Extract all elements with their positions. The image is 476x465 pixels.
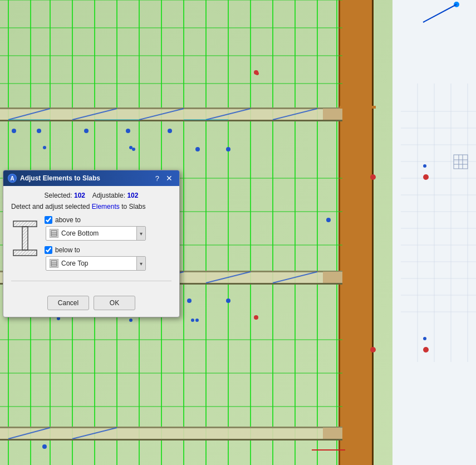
svg-point-75 [226, 298, 230, 303]
svg-rect-119 [13, 250, 37, 256]
svg-rect-48 [340, 106, 376, 109]
svg-point-69 [226, 147, 230, 151]
svg-point-72 [132, 148, 135, 151]
svg-rect-117 [13, 221, 37, 227]
description-text: Detect and adjust selected Elements to S… [11, 203, 171, 211]
svg-point-103 [423, 337, 426, 340]
svg-point-74 [187, 298, 192, 303]
ibeam-icon [11, 219, 39, 258]
above-checkbox-row: above to [45, 216, 171, 224]
above-dropdown[interactable]: Core Bottom ▾ [46, 226, 146, 241]
svg-point-81 [191, 319, 194, 322]
dialog-title: Adjust Elements to Slabs [20, 174, 100, 182]
below-dropdown-icon [50, 259, 58, 268]
content-row: above to Core Bottom ▾ [11, 216, 171, 276]
svg-rect-47 [323, 109, 342, 120]
below-checkbox-label[interactable]: below to [55, 246, 80, 254]
svg-point-67 [168, 129, 172, 133]
svg-rect-21 [372, 0, 374, 465]
above-dropdown-arrow: ▾ [136, 227, 145, 240]
svg-rect-40 [0, 120, 342, 121]
selected-label: Selected: [45, 192, 72, 199]
svg-rect-45 [0, 427, 342, 428]
svg-point-68 [195, 147, 200, 151]
selected-count: 102 [74, 192, 85, 199]
adjust-elements-dialog: A Adjust Elements to Slabs ? ✕ Selected:… [3, 170, 180, 317]
adjustable-count: 102 [127, 192, 138, 199]
svg-point-70 [43, 146, 46, 149]
svg-point-83 [42, 444, 47, 449]
svg-point-102 [423, 164, 426, 168]
help-button[interactable]: ? [153, 174, 161, 183]
svg-rect-39 [0, 107, 342, 109]
titlebar-left: A Adjust Elements to Slabs [8, 174, 100, 183]
svg-point-90 [370, 174, 376, 180]
above-checkbox[interactable] [45, 216, 52, 224]
svg-point-82 [195, 319, 199, 322]
above-dropdown-text: Core Bottom [61, 229, 136, 237]
svg-point-89 [370, 347, 376, 353]
svg-point-63 [12, 129, 16, 133]
svg-text:A: A [10, 175, 14, 182]
svg-point-65 [84, 129, 89, 133]
titlebar-controls: ? ✕ [153, 174, 175, 183]
svg-point-87 [423, 174, 429, 180]
svg-point-73 [326, 218, 331, 222]
svg-rect-50 [323, 428, 342, 439]
description-blue-text: Elements [92, 203, 120, 211]
close-button[interactable]: ✕ [164, 174, 175, 182]
svg-rect-20 [338, 0, 340, 465]
dialog-titlebar: A Adjust Elements to Slabs ? ✕ [3, 170, 179, 186]
below-dropdown[interactable]: Core Top ▾ [46, 256, 146, 271]
below-checkbox-row: below to [45, 246, 171, 254]
svg-point-80 [129, 319, 133, 322]
svg-point-66 [126, 129, 130, 133]
dialog-separator [11, 281, 171, 281]
svg-point-71 [129, 146, 133, 149]
svg-point-64 [37, 129, 41, 133]
svg-rect-38 [0, 109, 342, 120]
above-checkbox-label[interactable]: above to [55, 216, 81, 224]
svg-rect-46 [0, 439, 342, 440]
ok-button[interactable]: OK [94, 296, 135, 310]
svg-point-85 [256, 72, 259, 75]
below-dropdown-text: Core Top [61, 260, 136, 267]
svg-point-88 [423, 347, 429, 353]
form-section: above to Core Bottom ▾ [45, 216, 171, 276]
selection-info: Selected: 102 Adjustable: 102 [11, 192, 171, 199]
svg-rect-49 [323, 272, 342, 283]
cancel-button[interactable]: Cancel [47, 296, 89, 310]
adjustable-label: Adjustable: [92, 192, 125, 199]
dialog-app-icon: A [8, 174, 17, 183]
below-dropdown-arrow: ▾ [136, 257, 145, 270]
below-checkbox[interactable] [45, 246, 52, 254]
svg-rect-120 [51, 231, 57, 236]
above-dropdown-row: Core Bottom ▾ [46, 226, 171, 241]
svg-rect-44 [0, 428, 342, 439]
svg-point-86 [254, 315, 258, 320]
dialog-buttons: Cancel OK [3, 291, 179, 317]
svg-rect-123 [51, 261, 57, 266]
below-dropdown-row: Core Top ▾ [46, 256, 171, 271]
svg-rect-118 [22, 227, 28, 250]
svg-rect-19 [340, 0, 373, 465]
dialog-body: Selected: 102 Adjustable: 102 Detect and… [3, 186, 179, 291]
above-dropdown-icon [50, 229, 58, 238]
